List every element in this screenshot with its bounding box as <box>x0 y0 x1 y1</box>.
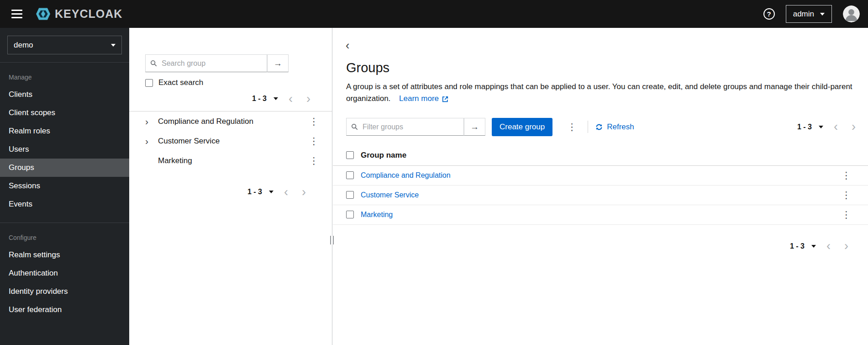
exact-search-label: Exact search <box>158 78 203 87</box>
chevron-right-icon[interactable]: › <box>145 136 158 146</box>
user-menu[interactable]: admin <box>786 5 832 23</box>
sidebar-item-identity-providers[interactable]: Identity providers <box>0 282 129 301</box>
prev-page-button[interactable]: ‹ <box>827 121 845 133</box>
create-group-button[interactable]: Create group <box>492 118 552 136</box>
arrow-right-icon: → <box>470 122 479 132</box>
table-row: Compliance and Regulation ⋮ <box>333 166 868 186</box>
column-header-group-name: Group name <box>361 151 406 160</box>
pagination-menu-toggle[interactable]: 1 - 3 <box>248 92 282 106</box>
prev-page-button[interactable]: ‹ <box>282 93 300 105</box>
refresh-label: Refresh <box>607 122 634 132</box>
search-group-submit-button[interactable]: → <box>267 54 289 72</box>
page-title: Groups <box>346 60 857 75</box>
groups-table: Group name Compliance and Regulation ⋮ C… <box>333 145 868 225</box>
sidebar-item-sessions[interactable]: Sessions <box>0 177 129 195</box>
exact-search-checkbox[interactable] <box>145 79 153 87</box>
group-tree-item[interactable]: Marketing ⋮ <box>129 151 332 170</box>
kebab-menu-button[interactable]: ⋮ <box>306 156 322 165</box>
search-group-input[interactable] <box>145 54 267 72</box>
groups-tree-panel: → Exact search 1 - 3 ‹ › › Compliance an… <box>129 28 332 345</box>
table-header-row: Group name <box>333 145 868 166</box>
pagination-menu-toggle[interactable]: 1 - 3 <box>786 239 820 253</box>
help-glyph: ? <box>767 10 771 18</box>
table-pagination-bottom: 1 - 3 ‹ › <box>333 239 855 253</box>
help-icon[interactable]: ? <box>763 8 775 20</box>
kebab-menu-button[interactable]: ⋮ <box>838 210 854 219</box>
caret-down-icon <box>269 191 274 193</box>
kebab-menu-button[interactable]: ⋮ <box>838 190 854 200</box>
main-content: ‹ Groups A group is a set of attributes … <box>333 28 868 345</box>
panel-pagination-bottom: 1 - 3 ‹ › <box>129 185 313 199</box>
nav-toggle-button[interactable] <box>11 10 22 18</box>
group-search: → <box>145 54 289 72</box>
pagination-range: 1 - 3 <box>790 242 805 250</box>
sidebar-item-users[interactable]: Users <box>0 140 129 159</box>
group-tree-label[interactable]: Customer Service <box>158 137 220 146</box>
row-checkbox[interactable] <box>346 211 354 218</box>
sidebar-item-events[interactable]: Events <box>0 195 129 213</box>
avatar[interactable] <box>843 5 860 22</box>
pagination-range: 1 - 3 <box>797 123 812 131</box>
kebab-menu-button[interactable]: ⋮ <box>838 170 854 180</box>
page-description: A group is a set of attributes and role … <box>346 81 857 105</box>
panel-pagination-top: 1 - 3 ‹ › <box>129 92 317 106</box>
avatar-icon <box>843 5 860 22</box>
exact-search: Exact search <box>145 78 332 87</box>
next-page-button[interactable]: › <box>845 121 863 133</box>
sidebar-item-user-federation[interactable]: User federation <box>0 301 129 319</box>
row-checkbox[interactable] <box>346 171 354 179</box>
group-name-link[interactable]: Compliance and Regulation <box>361 171 451 180</box>
search-icon <box>150 60 157 67</box>
pagination-range: 1 - 3 <box>247 188 262 196</box>
refresh-icon <box>595 123 603 131</box>
sidebar-item-authentication[interactable]: Authentication <box>0 264 129 282</box>
table-row: Marketing ⋮ <box>333 205 868 225</box>
filter-groups-input[interactable] <box>346 118 464 136</box>
group-tree-item[interactable]: › Customer Service ⋮ <box>129 131 332 151</box>
caret-down-icon <box>819 126 823 128</box>
nav-section-manage: Manage <box>0 63 129 85</box>
refresh-button[interactable]: Refresh <box>595 122 634 132</box>
sidebar-item-realm-roles[interactable]: Realm roles <box>0 122 129 140</box>
toolbar-kebab-button[interactable]: ⋮ <box>563 122 580 132</box>
toolbar-divider <box>588 121 588 133</box>
next-page-button[interactable]: › <box>295 186 313 198</box>
drawer-collapse-button[interactable]: ‹ <box>346 40 355 51</box>
masthead: KEYCLOAK ? admin <box>0 0 868 28</box>
filter-groups: → <box>346 118 485 136</box>
group-tree-item[interactable]: › Compliance and Regulation ⋮ <box>129 111 332 131</box>
group-tree-label[interactable]: Compliance and Regulation <box>158 117 253 126</box>
group-tree-label[interactable]: Marketing <box>158 156 192 165</box>
chevron-right-icon[interactable]: › <box>145 117 158 126</box>
panel-resize-handle[interactable] <box>330 236 334 244</box>
pagination-range: 1 - 3 <box>252 95 267 103</box>
next-page-button[interactable]: › <box>300 93 317 105</box>
group-name-link[interactable]: Customer Service <box>361 191 419 199</box>
prev-page-button[interactable]: ‹ <box>820 240 837 252</box>
filter-groups-submit-button[interactable]: → <box>464 118 485 136</box>
kebab-menu-button[interactable]: ⋮ <box>306 136 322 146</box>
prev-page-button[interactable]: ‹ <box>277 186 295 198</box>
external-link-icon <box>442 96 448 102</box>
learn-more-link[interactable]: Learn more <box>399 93 448 105</box>
pagination-menu-toggle[interactable]: 1 - 3 <box>244 185 277 199</box>
group-name-link[interactable]: Marketing <box>361 211 393 219</box>
row-checkbox[interactable] <box>346 191 354 199</box>
groups-toolbar: → Create group ⋮ Refresh 1 - 3 ‹ › <box>333 118 868 136</box>
table-pagination-top: 1 - 3 ‹ › <box>794 120 863 134</box>
pagination-menu-toggle[interactable]: 1 - 3 <box>794 120 827 134</box>
realm-selector[interactable]: demo <box>7 36 122 54</box>
sidebar-item-groups[interactable]: Groups <box>0 159 129 177</box>
sidebar: demo Manage Clients Client scopes Realm … <box>0 28 129 345</box>
keycloak-logo: KEYCLOAK <box>35 5 122 22</box>
caret-down-icon <box>274 97 278 100</box>
sidebar-item-client-scopes[interactable]: Client scopes <box>0 104 129 122</box>
realm-selector-label: demo <box>14 41 33 50</box>
arrow-right-icon: → <box>274 58 282 68</box>
select-all-checkbox[interactable] <box>346 151 354 159</box>
sidebar-item-clients[interactable]: Clients <box>0 85 129 104</box>
sidebar-item-realm-settings[interactable]: Realm settings <box>0 246 129 264</box>
kebab-menu-button[interactable]: ⋮ <box>306 117 322 126</box>
search-icon <box>351 123 358 130</box>
next-page-button[interactable]: › <box>837 240 855 252</box>
